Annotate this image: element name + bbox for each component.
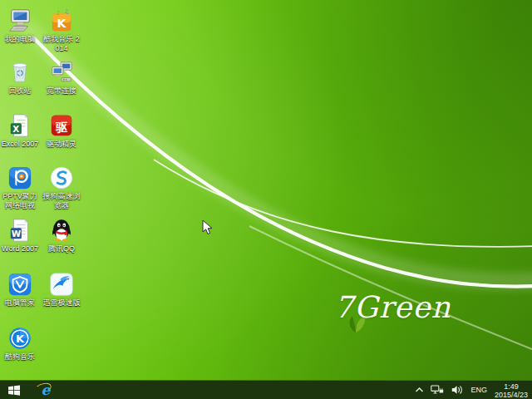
icon-label: 酷狗音乐 [0, 352, 40, 362]
taskbar: e ENG 1:49 2015/4/23 [0, 380, 532, 399]
icon-label: 宽带连接 [42, 86, 81, 96]
volume-icon[interactable] [451, 385, 463, 395]
ie-icon: e [42, 383, 51, 397]
icon-label: 我的电脑 [0, 35, 40, 44]
language-indicator[interactable]: ENG [470, 386, 487, 394]
my-computer-icon [7, 8, 32, 33]
wallpaper-logo: 7Green [323, 289, 456, 339]
desktop-icon-broadband-connection[interactable]: 宽带连接 [42, 60, 81, 96]
icon-label: 腾讯QQ [42, 244, 81, 254]
clock-time: 1:49 [495, 382, 528, 391]
desktop-icon-xunlei[interactable]: 迅雷极速版 [42, 272, 81, 308]
desktop-icon-recycle-bin[interactable]: 回收站 [0, 60, 40, 96]
desktop-icon-excel-2007[interactable]: X Excel 2007 [0, 113, 40, 149]
svg-text:X: X [12, 124, 19, 134]
desktop-icon-pc-manager[interactable]: 电脑管家 [0, 272, 40, 308]
svg-text:♪: ♪ [56, 9, 60, 17]
excel-2007-icon: X [7, 113, 32, 138]
kuwo-music-icon: K ♪ ♫ [49, 8, 74, 33]
clock-date: 2015/4/23 [495, 391, 528, 399]
taskbar-clock[interactable]: 1:49 2015/4/23 [495, 382, 528, 399]
desktop-icon-tencent-qq[interactable]: 腾讯QQ [42, 218, 81, 254]
windows-start-icon [8, 385, 20, 396]
word-2007-icon: W [7, 218, 32, 243]
desktop[interactable]: 7Green 我的电脑 K ♪ ♫ 酷我音乐 2014 [0, 0, 532, 399]
pc-manager-icon [7, 272, 32, 297]
svg-text:K: K [57, 17, 67, 30]
svg-text:驱: 驱 [55, 121, 67, 134]
broadband-connection-icon [49, 60, 74, 85]
desktop-icon-sogou-browser[interactable]: 搜狗高速浏览器 [42, 165, 81, 210]
icon-label: PPTV聚力 网络电视 [0, 192, 40, 210]
svg-text:W: W [12, 229, 22, 239]
icon-label: 回收站 [0, 86, 40, 96]
ie-taskbar-button[interactable]: e [33, 381, 58, 399]
svg-text:♫: ♫ [64, 8, 69, 15]
wallpaper-logo-text: 7Green [334, 291, 451, 324]
mouse-cursor [202, 219, 213, 235]
hidden-icons-chevron[interactable] [416, 387, 423, 392]
icon-label: 驱动精灵 [42, 140, 81, 149]
desktop-icon-kuwo-music[interactable]: K ♪ ♫ 酷我音乐 2014 [42, 8, 81, 53]
desktop-icon-driver-genius[interactable]: 驱 驱动精灵 [42, 113, 81, 149]
system-tray: ENG 1:49 2015/4/23 [416, 381, 532, 399]
driver-genius-icon: 驱 [49, 113, 74, 138]
desktop-icon-my-computer[interactable]: 我的电脑 [0, 8, 40, 44]
desktop-icon-kugou-music[interactable]: K 酷狗音乐 [0, 326, 40, 362]
desktop-icon-word-2007[interactable]: W Word 2007 [0, 218, 40, 254]
icon-label: 电脑管家 [0, 298, 40, 308]
pptv-icon [7, 165, 32, 190]
xunlei-icon [49, 272, 74, 297]
svg-text:K: K [16, 332, 25, 345]
kugou-music-icon: K [7, 326, 32, 351]
icon-label: 酷我音乐 2014 [42, 35, 81, 53]
sogou-browser-icon [49, 165, 74, 190]
network-icon[interactable] [431, 385, 444, 396]
tencent-qq-icon [49, 218, 74, 243]
icon-label: Excel 2007 [0, 140, 40, 149]
desktop-icon-pptv[interactable]: PPTV聚力 网络电视 [0, 165, 40, 210]
recycle-bin-icon [7, 60, 32, 85]
icon-label: Word 2007 [0, 244, 40, 254]
icon-label: 迅雷极速版 [42, 298, 81, 308]
icon-label: 搜狗高速浏览器 [42, 192, 81, 210]
start-button[interactable] [0, 381, 28, 399]
